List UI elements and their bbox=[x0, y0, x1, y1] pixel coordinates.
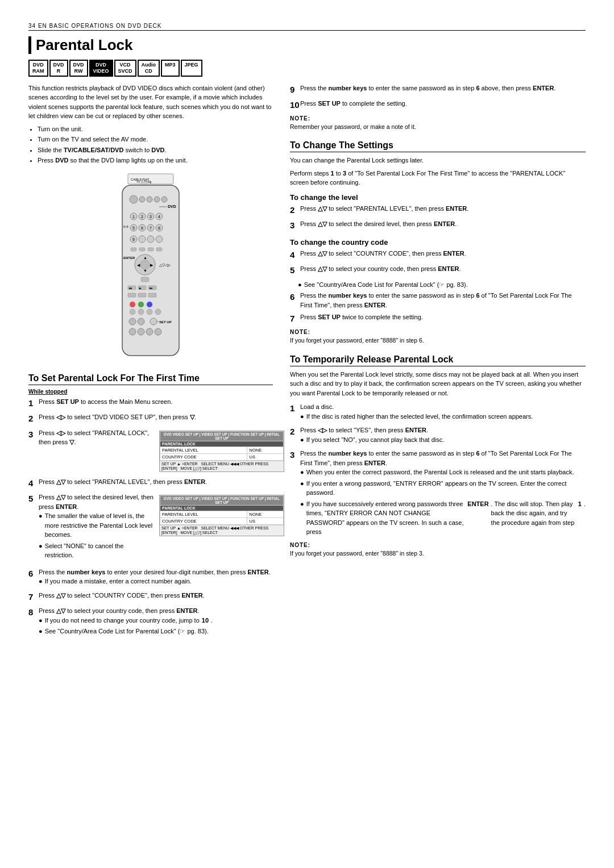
subsection1-title: To change the level bbox=[290, 193, 586, 202]
step8-bullet2: See "Country/Area Code List for Parental… bbox=[39, 627, 273, 636]
svg-text:⏮: ⏮ bbox=[129, 286, 132, 290]
badge-dvd-r: DVDR bbox=[49, 60, 68, 77]
svg-text:▼: ▼ bbox=[143, 269, 147, 273]
change-country-step-6: 6 Press the number keys to enter the sam… bbox=[290, 291, 586, 310]
step-6: 6 Press the number keys to enter your de… bbox=[28, 567, 273, 588]
remote-diagram: CABLE/SAT TV DVD DVD 1 bbox=[28, 171, 273, 365]
svg-point-59 bbox=[130, 302, 135, 307]
release-step3-bullet1: When you enter the correct password, the… bbox=[300, 468, 586, 477]
svg-rect-37 bbox=[131, 248, 136, 251]
svg-text:SET UP: SET UP bbox=[159, 320, 172, 324]
prereq-item-3: Slide the TV/CABLE/SAT/DVD switch to DVD… bbox=[38, 145, 273, 155]
svg-point-63 bbox=[138, 309, 144, 315]
svg-point-72 bbox=[138, 328, 144, 335]
step-1: 1 Press SET UP to access the Main Menu s… bbox=[28, 397, 273, 410]
subsection2-title: To change the country code bbox=[290, 238, 586, 247]
remote-svg: CABLE/SAT TV DVD DVD 1 bbox=[94, 171, 208, 364]
release-step3-bullet2: If you enter a wrong password, "ENTRY ER… bbox=[300, 479, 586, 498]
svg-point-68 bbox=[150, 318, 157, 325]
badge-audio-cd: AudioCD bbox=[138, 60, 160, 77]
svg-text:▶: ▶ bbox=[139, 286, 142, 290]
change-level-step-2: 2 Press △▽ to select "PARENTAL LEVEL", t… bbox=[290, 204, 586, 217]
release-step3-bullet3: If you have successively entered wrong p… bbox=[300, 499, 586, 537]
while-stopped-label: While stopped bbox=[28, 389, 273, 395]
format-badges: DVDRAM DVDR DVDRW DVDVIDEO VCDSVCD Audio… bbox=[28, 60, 586, 77]
svg-text:5: 5 bbox=[132, 226, 135, 230]
section2-steps-intro: Perform steps 1 to 3 of "To Set Parental… bbox=[290, 169, 586, 187]
svg-rect-38 bbox=[139, 248, 145, 251]
svg-rect-57 bbox=[138, 293, 146, 297]
badge-mp3: MP3 bbox=[161, 60, 180, 77]
badge-vcd: VCDSVCD bbox=[114, 60, 136, 77]
svg-point-73 bbox=[146, 328, 153, 335]
step-2: 2 Press ◁▷ to select "DVD VIDEO SET UP",… bbox=[28, 412, 273, 425]
svg-point-34 bbox=[139, 236, 146, 243]
section1-title: To Set Parental Lock For The First Time bbox=[28, 373, 273, 385]
prerequisite-list: Turn on the unit. Turn on the TV and sel… bbox=[38, 124, 273, 165]
svg-rect-40 bbox=[156, 248, 162, 251]
step-4: 4 Press △▽ to select "PARENTAL LEVEL", t… bbox=[28, 477, 273, 490]
svg-point-43 bbox=[140, 260, 150, 269]
section2-intro: You can change the Parental Lock setting… bbox=[290, 156, 586, 165]
svg-text:TV: TV bbox=[136, 180, 140, 183]
svg-rect-58 bbox=[148, 293, 156, 297]
badge-dvd-video: DVDVIDEO bbox=[89, 60, 113, 77]
step-10: 10 Press SET UP to complete the setting. bbox=[290, 99, 586, 112]
svg-rect-39 bbox=[148, 248, 154, 251]
section1-note-label: NOTE: bbox=[290, 115, 586, 122]
page-number: 34 bbox=[28, 23, 36, 29]
change-level-step-3: 3 Press △▽ to select the desired level, … bbox=[290, 219, 586, 232]
page-lang: EN bbox=[38, 23, 47, 29]
svg-text:9: 9 bbox=[132, 237, 135, 241]
step-7: 7 Press △▽ to select "COUNTRY CODE", the… bbox=[28, 591, 273, 604]
svg-text:4: 4 bbox=[158, 215, 160, 219]
svg-text:▲: ▲ bbox=[143, 256, 147, 260]
svg-point-60 bbox=[138, 302, 144, 307]
screen2-mockup: DVD VIDEO SET UP | VIDEO SET UP | FUNCTI… bbox=[159, 493, 273, 565]
step5-bullet1: The smaller the value of level is, the m… bbox=[39, 511, 154, 540]
svg-rect-49 bbox=[141, 277, 149, 282]
prereq-item-2: Turn on the TV and select the AV mode. bbox=[38, 135, 273, 144]
svg-text:0-9: 0-9 bbox=[123, 225, 128, 228]
svg-point-74 bbox=[155, 328, 161, 335]
badge-dvd-ram: DVDRAM bbox=[28, 60, 48, 77]
svg-point-61 bbox=[147, 302, 152, 307]
step-8: 8 Press △▽ to select your country code, … bbox=[28, 606, 273, 638]
svg-text:△▽◁▷: △▽◁▷ bbox=[159, 263, 171, 267]
release-step-1: 1 Load a disc. If the disc is rated high… bbox=[290, 402, 586, 423]
svg-text:1: 1 bbox=[132, 215, 135, 219]
svg-rect-56 bbox=[128, 293, 136, 297]
section3-note-text: If you forget your password, enter "8888… bbox=[290, 549, 586, 558]
svg-point-66 bbox=[129, 318, 136, 325]
release-step-2: 2 Press ◁▷ to select "YES", then press E… bbox=[290, 425, 586, 446]
svg-point-71 bbox=[129, 328, 136, 335]
svg-text:⏭: ⏭ bbox=[150, 286, 152, 290]
step-5: 5 Press △▽ to select the desired level, … bbox=[28, 493, 154, 562]
svg-point-12 bbox=[161, 197, 167, 202]
section3-intro: When you set the Parental Lock level str… bbox=[290, 370, 586, 398]
svg-text:6: 6 bbox=[141, 226, 143, 230]
svg-text:DVD: DVD bbox=[168, 205, 176, 208]
change-country-step-7: 7 Press SET UP twice to complete the set… bbox=[290, 312, 586, 326]
change-country-step-4: 4 Press △▽ to select "COUNTRY CODE", the… bbox=[290, 249, 586, 262]
step6-bullet1: If you made a mistake, enter a correct n… bbox=[39, 577, 273, 586]
step-5-area: 5 Press △▽ to select the desired level, … bbox=[28, 493, 273, 565]
left-column: This function restricts playback of DVD … bbox=[28, 84, 273, 641]
badge-dvd-rw: DVDRW bbox=[69, 60, 88, 77]
chapter-title: BASIC OPERATIONS ON DVD DECK bbox=[49, 23, 162, 29]
change-country-bullet1: See "Country/Area Code List for Parental… bbox=[298, 280, 586, 290]
svg-rect-6 bbox=[141, 182, 148, 185]
svg-point-8 bbox=[130, 195, 138, 203]
svg-point-10 bbox=[147, 197, 152, 202]
svg-text:3: 3 bbox=[150, 215, 152, 219]
change-country-step-5: 5 Press △▽ to select your country code, … bbox=[290, 264, 586, 277]
section2-note-label: NOTE: bbox=[290, 329, 586, 335]
section3-title: To Temporarily Release Parental Lock bbox=[290, 354, 586, 366]
svg-point-35 bbox=[147, 236, 154, 243]
release-step1-bullet: If the disc is rated higher than the sel… bbox=[300, 412, 586, 422]
svg-point-62 bbox=[130, 309, 135, 315]
right-column: 9 Press the number keys to enter the sam… bbox=[290, 84, 586, 641]
step-9: 9 Press the number keys to enter the sam… bbox=[290, 84, 586, 97]
svg-text:ENTER: ENTER bbox=[123, 256, 135, 260]
release-step2-bullet: If you select "NO", you cannot play back… bbox=[300, 435, 586, 445]
